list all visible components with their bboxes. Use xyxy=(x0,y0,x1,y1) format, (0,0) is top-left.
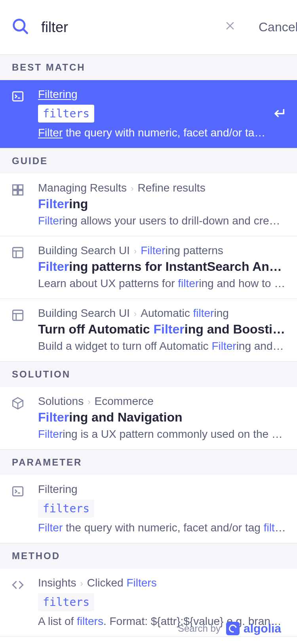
code-tag: filters xyxy=(38,105,94,123)
search-icon xyxy=(12,18,29,37)
result-best-match[interactable]: Filtering filters Filter the query with … xyxy=(0,80,297,148)
result-body: Building Search UI›Filtering patterns Fi… xyxy=(38,244,286,290)
cube-icon xyxy=(11,397,27,412)
result-title: Filtering patterns for InstantSearch And… xyxy=(38,259,286,274)
result-parameter-1[interactable]: Filtering filters Filter the query with … xyxy=(0,475,297,543)
code-tag: filters xyxy=(38,593,94,611)
grid-icon xyxy=(11,183,27,198)
clear-search-button[interactable] xyxy=(219,18,241,36)
section-header-parameter: PARAMETER xyxy=(0,450,297,475)
result-snippet: Filtering allows your users to drill-dow… xyxy=(38,215,286,227)
result-guide-2[interactable]: Building Search UI›Filtering patterns Fi… xyxy=(0,236,297,299)
search-by-label: Search by xyxy=(178,623,221,634)
result-snippet: Build a widget to turn off Automatic Fil… xyxy=(38,340,286,353)
result-body: Filtering filters Filter the query with … xyxy=(38,88,268,139)
code-tag: filters xyxy=(38,500,94,518)
cancel-button[interactable]: Cancel xyxy=(259,20,297,34)
algolia-logo[interactable]: algolia xyxy=(226,622,281,635)
section-header-solution: SOLUTION xyxy=(0,362,297,387)
result-snippet: Filter the query with numeric, facet and… xyxy=(38,126,268,139)
breadcrumb: Building Search UI›Automatic filtering xyxy=(38,307,286,320)
layout-icon xyxy=(11,309,27,324)
svg-rect-9 xyxy=(18,190,23,195)
terminal-icon xyxy=(11,485,27,500)
svg-rect-10 xyxy=(13,247,23,258)
section-header-best-match: BEST MATCH xyxy=(0,55,297,80)
result-title: Turn off Automatic Filtering and Boostin… xyxy=(38,322,286,337)
section-header-method: METHOD xyxy=(0,543,297,569)
result-category: Filtering xyxy=(38,483,286,496)
result-category: Filtering xyxy=(38,88,78,100)
search-bar: Cancel xyxy=(0,0,297,55)
breadcrumb: Insights›Clicked Filters xyxy=(38,577,286,589)
result-guide-1[interactable]: Managing Results›Refine results Filterin… xyxy=(0,174,297,236)
svg-rect-18 xyxy=(13,487,23,496)
result-body: Solutions›Ecommerce Filtering and Naviga… xyxy=(38,395,286,441)
result-snippet: Filter the query with numeric, facet and… xyxy=(38,521,286,534)
code-icon xyxy=(11,578,27,593)
breadcrumb: Building Search UI›Filtering patterns xyxy=(38,244,286,257)
result-body: Building Search UI›Automatic filtering T… xyxy=(38,307,286,353)
svg-rect-6 xyxy=(13,185,17,189)
section-header-guide: GUIDE xyxy=(0,148,297,174)
breadcrumb: Managing Results›Refine results xyxy=(38,182,286,194)
result-body: Managing Results›Refine results Filterin… xyxy=(38,182,286,227)
result-snippet: Learn about UX patterns for filtering an… xyxy=(38,277,286,290)
breadcrumb: Solutions›Ecommerce xyxy=(38,395,286,408)
svg-rect-8 xyxy=(13,190,17,195)
result-guide-3[interactable]: Building Search UI›Automatic filtering T… xyxy=(0,299,297,362)
algolia-mark-icon xyxy=(226,622,240,635)
result-body: Filtering filters Filter the query with … xyxy=(38,483,286,534)
terminal-icon xyxy=(11,90,27,105)
result-title: Filtering xyxy=(38,197,286,211)
result-snippet: Filtering is a UX pattern commonly used … xyxy=(38,428,286,441)
layout-icon xyxy=(11,246,27,261)
svg-line-1 xyxy=(23,29,27,33)
result-solution-1[interactable]: Solutions›Ecommerce Filtering and Naviga… xyxy=(0,387,297,450)
svg-rect-7 xyxy=(18,185,23,189)
svg-rect-4 xyxy=(13,92,23,101)
enter-icon xyxy=(272,106,286,121)
footer: Search by algolia xyxy=(0,613,297,644)
svg-rect-13 xyxy=(13,310,23,320)
search-input[interactable] xyxy=(41,19,219,36)
result-title: Filtering and Navigation xyxy=(38,410,286,425)
